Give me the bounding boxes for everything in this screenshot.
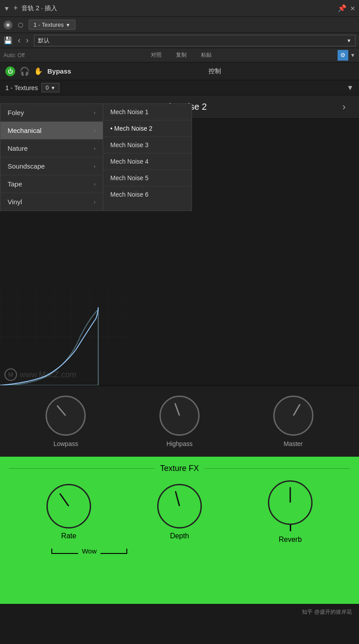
- depth-knob-wrapper: Depth: [157, 484, 202, 540]
- auto-off-label: Auto: Off: [4, 52, 25, 58]
- zero-select[interactable]: 0 ▼: [42, 83, 59, 92]
- header-line-right: [205, 468, 350, 469]
- top-bar-close[interactable]: ✕: [350, 5, 355, 12]
- preset-mech-noise-3[interactable]: Mech Noise 3: [103, 137, 192, 153]
- depth-group: Depth: [157, 484, 202, 540]
- control-label: 控制: [75, 67, 354, 75]
- master-knob[interactable]: [273, 396, 313, 436]
- bottom-watermark: 知乎 @盛开的彼岸花: [302, 608, 352, 616]
- preset-selector[interactable]: 1 - Textures ▼: [29, 20, 75, 30]
- top-bar-pin[interactable]: 📌: [338, 4, 346, 12]
- preset-mech-noise-1[interactable]: Mech Noise 1: [103, 104, 192, 120]
- wow-container: Wow: [9, 545, 350, 555]
- watermark-logo: M: [4, 368, 17, 381]
- rate-group: Rate: [46, 484, 91, 540]
- wow-label: Wow: [82, 547, 96, 555]
- knobs-section-dark: Lowpass Highpass Master: [0, 385, 359, 457]
- texture-fx-header: Texture FX: [9, 464, 350, 473]
- subheader-dropdown[interactable]: ▼: [346, 84, 354, 92]
- circle-icon[interactable]: ◉: [4, 21, 13, 29]
- watermark-text: www.MacZ.com: [20, 370, 76, 380]
- highpass-knob-container: Highpass: [159, 396, 200, 447]
- wow-row: Wow: [31, 547, 147, 555]
- lowpass-knob[interactable]: [46, 396, 86, 436]
- highpass-knob[interactable]: [159, 396, 200, 436]
- default-select[interactable]: 默认 ▼: [34, 35, 355, 46]
- category-vinyl[interactable]: Vinyl ›: [0, 193, 103, 211]
- preset-mech-noise-2[interactable]: Mech Noise 2: [103, 120, 192, 137]
- top-bar-title: 音轨 2 · 插入: [21, 4, 334, 12]
- texture-fx-section: Texture FX Rate Depth Reverb: [0, 457, 359, 604]
- highpass-label: Highpass: [167, 440, 192, 447]
- paste-button[interactable]: 粘贴: [197, 50, 215, 60]
- top-bar-plus[interactable]: +: [13, 4, 18, 13]
- plugin-subheader: 1 - Textures 0 ▼ ▼: [0, 80, 359, 95]
- bypass-label: Bypass: [47, 67, 71, 75]
- depth-label: Depth: [170, 532, 189, 540]
- dropdown-categories: Foley › Mechanical › Nature › Soundscape…: [0, 103, 103, 211]
- preset-mech-noise-6[interactable]: Mech Noise 6: [103, 186, 192, 202]
- more-arrow[interactable]: ▼: [350, 52, 355, 58]
- category-tape[interactable]: Tape ›: [0, 175, 103, 193]
- top-bar: ▼ + 音轨 2 · 插入 📌 ✕: [0, 0, 359, 17]
- copy-button[interactable]: 复制: [172, 50, 190, 60]
- reverb-label: Reverb: [279, 536, 302, 544]
- watermark: M www.MacZ.com: [4, 368, 76, 381]
- depth-knob[interactable]: [157, 484, 202, 528]
- waveform-area: M www.MacZ.com: [0, 283, 359, 385]
- left-arrow-btn[interactable]: ‹: [18, 36, 21, 45]
- preset-mech-noise-4[interactable]: Mech Noise 4: [103, 153, 192, 170]
- hand-icon[interactable]: ✋: [34, 67, 43, 75]
- bottom-bar: 知乎 @盛开的彼岸花: [0, 604, 359, 620]
- bypass-power-button[interactable]: ⏻: [5, 66, 15, 76]
- rate-knob[interactable]: [46, 484, 91, 528]
- category-foley[interactable]: Foley ›: [0, 104, 103, 122]
- compare-button[interactable]: 对照: [147, 50, 165, 60]
- second-row: ◉ ⬡ 1 - Textures ▼: [0, 17, 359, 33]
- preset-mech-noise-5[interactable]: Mech Noise 5: [103, 170, 192, 186]
- reverb-group: Reverb: [268, 480, 313, 544]
- reverb-knob[interactable]: [268, 480, 313, 525]
- category-mechanical[interactable]: Mechanical ›: [0, 122, 103, 140]
- rate-label: Rate: [61, 532, 76, 540]
- right-arrow-btn[interactable]: ›: [26, 36, 29, 45]
- rate-knob-wrapper: Rate: [46, 484, 91, 540]
- master-knob-container: Master: [273, 396, 313, 447]
- header-line-left: [9, 468, 154, 469]
- top-bar-arrow[interactable]: ▼: [4, 5, 10, 12]
- gear-button[interactable]: ⚙: [338, 50, 348, 61]
- plugin-header: ⏻ 🎧 ✋ Bypass 控制: [0, 62, 359, 80]
- dropdown-submenu: Mech Noise 1 Mech Noise 2 Mech Noise 3 M…: [103, 103, 192, 211]
- fourth-row: Auto: Off 对照 复制 粘贴 ⚙ ▼: [0, 48, 359, 62]
- fx-knobs-row: Rate Depth Reverb: [9, 480, 350, 544]
- headphone-icon[interactable]: 🎧: [20, 66, 29, 76]
- wow-bracket-right: [100, 549, 127, 554]
- category-soundscape[interactable]: Soundscape ›: [0, 157, 103, 175]
- reverb-knob-wrapper: Reverb: [268, 480, 313, 544]
- save-icon[interactable]: 💾: [4, 36, 13, 45]
- reverb-indicator: [290, 525, 291, 531]
- texture-fx-title: Texture FX: [160, 464, 199, 473]
- lowpass-label: Lowpass: [54, 440, 78, 447]
- master-label: Master: [284, 440, 303, 447]
- third-row: 💾 ‹ › 默认 ▼: [0, 33, 359, 48]
- wow-bracket-left: [51, 549, 78, 554]
- dropdown-menu: Foley › Mechanical › Nature › Soundscape…: [0, 103, 359, 211]
- lowpass-knob-container: Lowpass: [46, 396, 86, 447]
- nodes-icon[interactable]: ⬡: [16, 21, 25, 29]
- category-nature[interactable]: Nature ›: [0, 140, 103, 157]
- texture-label: 1 - Textures: [5, 84, 38, 91]
